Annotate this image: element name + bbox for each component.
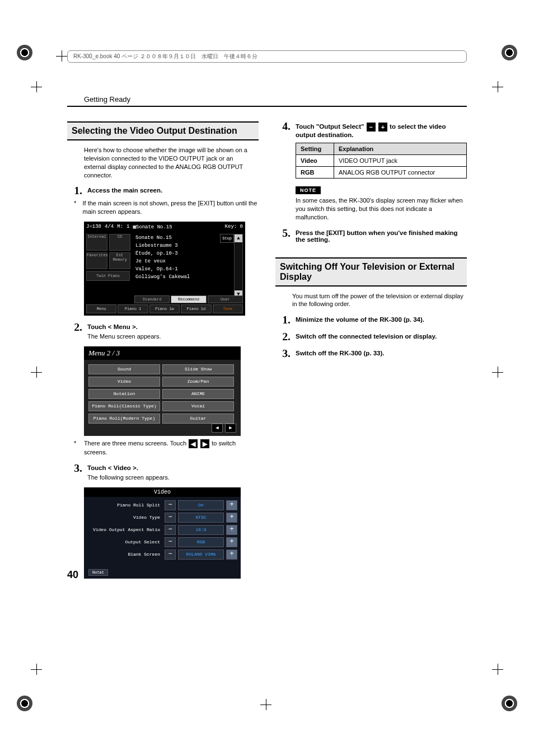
section-heading-select-video-output: Selecting the Video Output Destination — [67, 121, 259, 140]
step-title: Press the [EXIT] button when you've fini… — [296, 229, 467, 243]
step-number: 1. — [70, 186, 82, 196]
plus-icon: + — [226, 537, 237, 547]
list-item: Sonate No.15 — [135, 235, 172, 241]
tile-ext-memory: Ext Memory — [109, 252, 130, 269]
page-left-icon: ◀ — [212, 424, 223, 433]
menu-item: Guitar — [162, 414, 234, 424]
video-setting-value: RGB — [178, 537, 224, 547]
scroll-up-icon: ▲ — [235, 234, 242, 242]
list-item: Valse, Op.64-1 — [134, 265, 234, 273]
tab-recommend: Recommend — [171, 295, 206, 303]
song-list: Sonate No.15 Stop Liebestraume 3 Étude, … — [134, 234, 234, 281]
step-text: The following screen appears. — [87, 473, 259, 482]
measure: 1 — [127, 224, 129, 230]
minus-icon: − — [367, 123, 376, 132]
video-setting-value: NTSC — [178, 513, 224, 523]
step-text: The Menu screen appears. — [87, 332, 259, 341]
step-title: Touch "Output Select" − + to select the … — [296, 123, 467, 138]
crop-mark — [31, 367, 42, 378]
intro-text: You must turn off the power of the telev… — [275, 292, 467, 309]
video-setting-label: Output Select — [87, 539, 162, 544]
video-setting-row: Blank Screen−ROLAND VIMA+ — [87, 550, 237, 560]
menu-item: Video — [88, 377, 160, 387]
video-setting-row: Video Output Aspect Ratio−16:9+ — [87, 525, 237, 535]
step-title: Touch < Menu >. — [87, 323, 259, 330]
notat-button: Notat — [88, 569, 108, 575]
step-note: There are three menu screens. Touch ◀ ▶ … — [84, 439, 259, 457]
menu-item: Vocal — [162, 401, 234, 411]
step-title: Touch < Video >. — [87, 464, 259, 471]
menu-item: Piano Roll(Classic Type) — [88, 401, 160, 411]
crop-mark — [492, 664, 503, 675]
step-title: Switch off the connected television or d… — [296, 333, 467, 340]
minus-icon: − — [165, 525, 176, 535]
list-item: Je te veux — [134, 257, 234, 265]
head-rule — [67, 106, 467, 107]
btn-piano1: Piano 1 — [118, 304, 148, 313]
btn-tone: Tone — [213, 304, 243, 313]
step4-text-a: Touch "Output Select" — [296, 123, 364, 130]
video-title: Video — [84, 487, 241, 497]
th-explanation: Explanation — [334, 143, 466, 155]
btn-piano1w: Piano 1w — [149, 304, 180, 313]
step-title: Switch off the RK-300 (p. 33). — [296, 350, 467, 356]
step-number: 2. — [70, 322, 82, 341]
menu-item: Slide Show — [162, 364, 234, 374]
figure-video-screen: Video Piano Roll Split−On+Video Type−NTS… — [84, 487, 241, 579]
right-arrow-icon: ▶ — [200, 439, 209, 448]
step-number: 3. — [278, 349, 291, 359]
page-number: 40 — [67, 569, 78, 581]
video-setting-value: 16:9 — [178, 525, 224, 535]
tab-user: User — [208, 295, 243, 303]
menu-item: Notation — [88, 389, 160, 399]
key: Key: 0 — [225, 224, 243, 230]
video-setting-value: ROLAND VIMA — [178, 550, 224, 560]
step-number: 2. — [278, 332, 291, 342]
timesig: 4/4 — [105, 224, 114, 230]
step-number: 1. — [278, 315, 291, 325]
print-header-text: RK-300_e.book 40 ページ ２００８年９月１０日 水曜日 午後４時… — [73, 53, 257, 60]
crop-mark — [492, 81, 503, 92]
menu-item: Sound — [88, 364, 160, 374]
print-registration-mark — [17, 45, 32, 60]
video-setting-row: Output Select−RGB+ — [87, 537, 237, 547]
minus-icon: − — [165, 550, 176, 560]
tempo: J=138 — [86, 224, 101, 230]
minus-icon: − — [165, 537, 176, 547]
print-registration-mark — [502, 45, 517, 60]
list-item: Golliwog's Cakewal — [134, 273, 234, 281]
video-setting-row: Piano Roll Split−On+ — [87, 500, 237, 510]
section-heading-switching-off: Switching Off Your Television or Externa… — [275, 257, 467, 287]
plus-icon: + — [226, 525, 237, 535]
video-setting-label: Video Output Aspect Ratio — [87, 527, 162, 532]
crop-mark — [31, 81, 42, 92]
minus-icon: − — [165, 513, 176, 523]
menu-item: ANIME — [162, 389, 234, 399]
crop-mark — [31, 664, 42, 675]
plus-icon: + — [226, 550, 237, 560]
td-explanation: ANALOG RGB OUTPUT connector — [334, 167, 466, 179]
video-setting-label: Blank Screen — [87, 552, 162, 557]
btn-menu: Menu — [86, 304, 116, 313]
step-title: Minimize the volume of the RK-300 (p. 34… — [296, 316, 467, 323]
td-setting: RGB — [296, 167, 334, 179]
step-number: 5. — [278, 228, 291, 245]
menu-item: Piano Roll(Modern Type) — [88, 414, 160, 424]
video-setting-row: Video Type−NTSC+ — [87, 513, 237, 523]
th-setting: Setting — [296, 143, 334, 155]
step-number: 4. — [278, 121, 291, 222]
song-title: ▦Sonate No.15 — [133, 224, 221, 230]
print-header: RK-300_e.book 40 ページ ２００８年９月１０日 水曜日 午後４時… — [67, 50, 467, 63]
minus-icon: − — [165, 500, 176, 510]
plus-icon: + — [226, 500, 237, 510]
tile-favorites: Favorites — [86, 252, 107, 269]
running-head: Getting Ready — [84, 95, 467, 104]
menu-title: Menu 2 / 3 — [84, 346, 241, 360]
plus-icon: + — [378, 123, 387, 132]
note-text-a: There are three menu screens. Touch — [84, 440, 186, 447]
list-item: Liebestraume 3 — [134, 242, 234, 250]
page-right-icon: ▶ — [225, 424, 236, 433]
print-registration-mark — [17, 696, 32, 711]
list-item: Étude, op.10-3 — [134, 250, 234, 257]
btn-piano1d: Piano 1d — [181, 304, 211, 313]
